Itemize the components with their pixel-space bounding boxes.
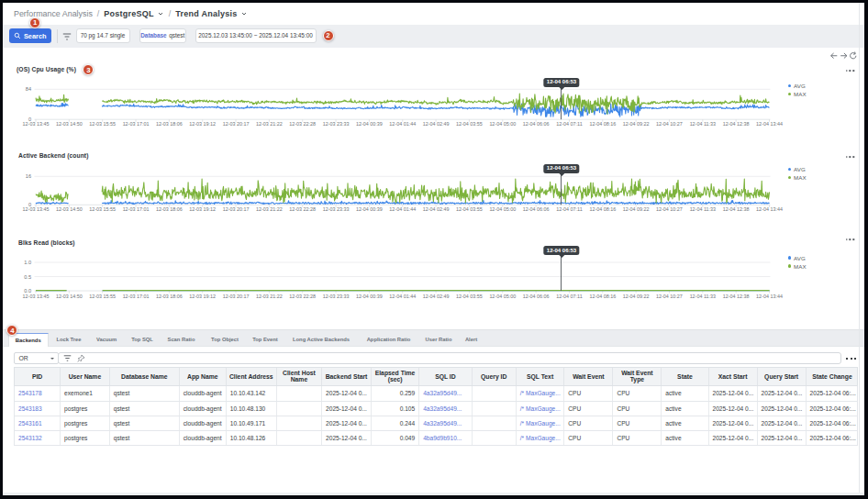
x-tick-label: 12-04 07:11 [556, 294, 582, 299]
date-range-label: 2025.12.03 13:45:00 ~ 2025.12.04 13:45:0… [198, 32, 313, 39]
breadcrumb-page-menu[interactable]: Trend Analysis [175, 9, 237, 18]
column-header[interactable]: SQL ID [419, 368, 473, 386]
cell-link[interactable]: /* MaxGauge... [517, 402, 565, 416]
cell-link[interactable]: 2543132 [15, 431, 61, 445]
column-header[interactable]: Query Start [758, 368, 807, 386]
x-tick-label: 12-04 03:55 [456, 294, 483, 299]
filter-operator-select[interactable]: OR [14, 352, 59, 364]
cell: CPU [613, 416, 662, 430]
column-header[interactable]: Wait Event [564, 368, 613, 386]
cell-link[interactable]: 4ba9d9b910... [419, 431, 473, 445]
breadcrumb-separator: / [169, 9, 171, 18]
cell-link[interactable]: /* MaxGauge... [517, 416, 565, 430]
cell: 2025-12-04 06:... [807, 386, 859, 400]
x-tick-label: 12-04 10:27 [656, 294, 683, 299]
column-header[interactable]: Xact Start [709, 368, 758, 386]
cell: qstest [110, 402, 180, 416]
cell [473, 431, 517, 445]
cell: 0.244 [372, 416, 419, 430]
cell: clouddb-agent [180, 416, 227, 430]
cell-link[interactable]: 2543161 [15, 416, 61, 430]
x-tick-label: 12-03 17:01 [123, 294, 150, 299]
column-header[interactable]: State [662, 368, 708, 386]
select-caret-icon [50, 358, 54, 361]
tab-alert[interactable]: Alert [465, 333, 477, 347]
cell-link[interactable]: 4a32a95d49... [419, 416, 473, 430]
bottom-tabs: Lock TreeVacuumTop SQLScan RatioTop Obje… [3, 329, 864, 347]
instance-selector[interactable]: 70 pg 14.7 single [76, 28, 130, 43]
pin-icon[interactable] [77, 354, 85, 362]
cell: CPU [564, 416, 613, 430]
filter-input[interactable] [58, 352, 841, 364]
filter-more-button[interactable] [846, 358, 856, 360]
y-tick-label: 1.0 [24, 260, 31, 265]
cell-link[interactable]: /* MaxGauge... [517, 386, 565, 400]
x-tick-label: 12-04 12:38 [723, 294, 750, 299]
cell: 10.10.49.171 [227, 416, 277, 430]
chart-cursor-tooltip: 12-04 06:53 [543, 246, 579, 255]
column-header[interactable]: State Change [807, 368, 859, 386]
cell-link[interactable]: 4a32a95d49... [419, 386, 473, 400]
table-row: 2543178exemone1qstestclouddb-agent10.10.… [14, 386, 858, 401]
toolbar-divider [57, 29, 58, 43]
tab-user-ratio[interactable]: User Ratio [426, 333, 452, 347]
cell: 2025-12-04 0... [322, 416, 372, 430]
search-button[interactable]: Search [9, 28, 51, 43]
breadcrumb-db-menu[interactable]: PostgreSQL [104, 9, 154, 18]
column-header[interactable]: Query ID [473, 368, 517, 386]
cell: CPU [613, 431, 662, 445]
filter-icon[interactable] [62, 32, 72, 41]
tab-long-active-backends[interactable]: Long Active Backends [293, 333, 350, 347]
cell-link[interactable]: /* MaxGauge... [517, 431, 565, 445]
cell: exemone1 [61, 386, 110, 400]
charts-panel: (OS) Cpu Usage (%)AVGMAX84012-03 13:4512… [3, 48, 864, 329]
tab-scan-ratio[interactable]: Scan Ratio [168, 333, 195, 347]
x-tick-label: 12-04 01:44 [389, 294, 416, 299]
column-header[interactable]: Client Host Name [277, 368, 322, 386]
tab-vacuum[interactable]: Vacuum [96, 333, 117, 347]
x-tick-label: 12-03 14:50 [56, 294, 83, 299]
column-header[interactable]: SQL Text [517, 368, 565, 386]
tab-top-event[interactable]: Top Event [252, 333, 278, 347]
cell-link[interactable]: 2543183 [15, 402, 61, 416]
filter-list-icon[interactable] [63, 354, 72, 362]
cell: 2025-12-04 0... [322, 386, 372, 400]
tab-top-sql[interactable]: Top SQL [131, 333, 153, 347]
column-header[interactable]: PID [15, 368, 61, 386]
cell-link[interactable]: 2543178 [15, 386, 61, 400]
database-selector[interactable]: Database qstest [139, 28, 186, 43]
column-header[interactable]: Database Name [110, 368, 180, 386]
chevron-down-icon [240, 10, 248, 17]
cell: CPU [613, 386, 662, 400]
cell: 2025-12-04 06:... [807, 402, 859, 416]
backends-table: PIDUser NameDatabase NameApp NameClient … [14, 367, 858, 447]
tab-top-object[interactable]: Top Object [211, 333, 239, 347]
cell: 0.105 [372, 402, 419, 416]
cell [473, 386, 517, 400]
x-tick-label: 12-03 19:12 [189, 294, 216, 299]
x-tick-label: 12-03 22:28 [289, 294, 316, 299]
column-header[interactable]: User Name [61, 368, 110, 386]
cell [277, 416, 322, 430]
column-header[interactable]: Wait Event Type [613, 368, 662, 386]
filter-operator-value: OR [19, 355, 28, 361]
horizontal-scrollbar[interactable] [3, 493, 864, 495]
breadcrumb-root: Performance Analysis [14, 9, 93, 18]
tab-lock-tree[interactable]: Lock Tree [56, 333, 81, 347]
cell: 2025-12-04 0... [758, 386, 807, 400]
tab-application-ratio[interactable]: Application Ratio [367, 333, 411, 347]
column-header[interactable]: App Name [180, 368, 227, 386]
cell: 2025-12-04 0... [709, 431, 758, 445]
annotation-badge-2: 2 [323, 30, 334, 41]
column-header[interactable]: Client Address [227, 368, 277, 386]
cell [277, 386, 322, 400]
cell-link[interactable]: 4a32a95d49... [419, 402, 473, 416]
cell: 2025-12-04 0... [322, 431, 372, 445]
cell: active [662, 386, 708, 400]
vertical-scrollbar[interactable] [859, 3, 860, 493]
x-tick-label: 12-03 18:06 [156, 294, 183, 299]
cell: 2025-12-04 0... [758, 402, 807, 416]
column-header[interactable]: Backend Start [322, 368, 372, 386]
column-header[interactable]: Elapsed Time (sec) [372, 368, 419, 386]
date-range-picker[interactable]: 2025.12.03 13:45:00 ~ 2025.12.04 13:45:0… [195, 28, 317, 43]
